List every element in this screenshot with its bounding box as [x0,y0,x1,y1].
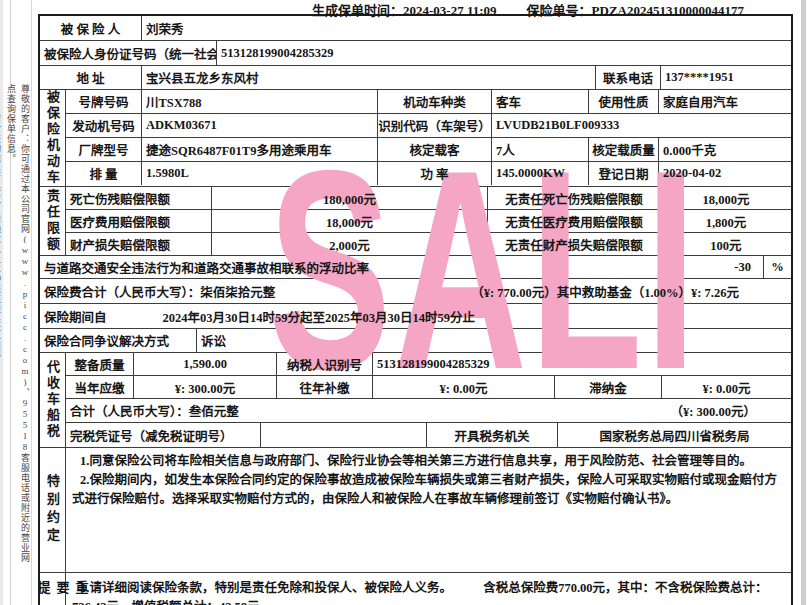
generated-time-label: 生成保单时间： [312,3,403,18]
load-label: 核定载质量 [589,138,659,161]
tax-total-words: 合计（人民币大写）：叁佰元整 [70,401,239,420]
vehicle-type-label: 机动车种类 [378,90,492,113]
insured-id-row: 被保险人身份证号码（统一社会信用代码） 513128199004285329 [40,41,791,66]
current-tax-value: ¥: 300.00元 [134,376,277,398]
policy-number-label: 保险单号： [527,3,592,18]
medical-limit-label: 医疗费用赔偿限额 [66,210,212,232]
special-term-1: 1.同意保险公司将车险相关信息与政府部门、保险行业协会等相关第三方进行信息共享，… [72,452,783,471]
curb-weight-label: 整备质量 [66,353,134,375]
taxpayer-id-label: 纳税人识别号 [277,353,373,375]
property-limit-label: 财产损失赔偿限额 [66,233,212,255]
important-text: 1.请详细阅读保险条款，特别是责任免除和投保人、被保险人义务。 含税总保险费77… [66,573,791,605]
liability-section-label: 责任限额 [40,187,66,255]
insurance-period-label: 保险期间自 [44,307,107,326]
nofault-medical-label: 无责任医疗费用赔偿限额 [488,210,661,232]
insured-name-label: 被 保 险 人 [40,16,142,40]
generated-time-value: 2024-03-27 11:09 [403,3,497,18]
engine-label: 发动机号码 [66,114,142,137]
model-row: 厂牌型号 捷途SQR6487F01T9多用途乘用车 核定载客 7人 核定载质量 … [66,138,791,162]
insured-name-row: 被 保 险 人 刘荣秀 [40,16,791,41]
insured-name-value: 刘荣秀 [142,16,791,40]
tax-total-amount: （¥: 300.00元） [671,401,756,420]
important-section-label: 重要提示 [40,573,66,605]
usage-label: 使用性质 [589,90,659,113]
death-limit-label: 死亡伤残赔偿限额 [66,187,212,209]
policy-number-value: PDZA202451310000044177 [592,3,744,18]
margin-note-dispute: 若对查询结果有异议，请通过以上三种渠道联系本公司。 [0,84,3,564]
vehicle-section-label: 被保险机动车 [40,90,66,186]
margin-notes: 尊敬的客户：你可通过本公司官网(www.picc.com)、95518客服电话或… [3,84,33,564]
curb-weight-value: 1,590.00 [134,353,277,375]
policy-header: 生成保单时间：2024-03-27 11:09保险单号：PDZA20245131… [312,0,744,19]
premium-total-amount: （¥: 770.00元）其中救助基金（1.00%）¥: 7.26元 [471,282,739,301]
vin-label: 识别代码（车架号） [378,114,492,137]
plate-value: 川TSX788 [142,90,378,113]
usage-value: 家庭自用汽车 [659,90,791,113]
address-value: 宝兴县五龙乡东风村 [142,66,596,89]
nofault-death-label: 无责任死亡伤残赔偿限额 [488,187,661,209]
dispute-label: 保险合同争议解决方式 [40,329,197,352]
insured-id-value: 513128199004285329 [217,41,791,65]
vehicle-type-value: 客车 [492,90,589,113]
insurance-period-value: 2024年03月30日14时59分起至2025年03月30日14时59分止 [163,307,476,326]
tax-receipt-label: 完税凭证号（减免税证明号） [66,423,261,447]
phone-label: 联系电话 [596,66,661,89]
scrollbar-track[interactable] [801,0,806,605]
margin-note-query: 尊敬的客户：你可通过本公司官网(www.picc.com)、95518客服电话或… [4,84,32,564]
special-terms-label: 特别约定 [40,448,66,572]
insured-id-label: 被保险人身份证号码（统一社会信用代码） [40,41,217,65]
nofault-property-label: 无责任财产损失赔偿限额 [488,233,661,255]
model-label: 厂牌型号 [66,138,142,161]
special-terms-section: 特别约定 1.同意保险公司将车险相关信息与政府部门、保险行业协会等相关第三方进行… [40,448,791,573]
address-label: 地 址 [40,66,142,89]
special-term-2: 2.保险期间内，如发生本保险合同约定的保险事故造成被保险车辆损失或第三者财产损失… [72,471,783,509]
current-tax-label: 当年应缴 [66,376,134,398]
premium-total-words: 保险费合计（人民币大写）：柒佰柒拾元整 [44,282,275,301]
special-terms-text: 1.同意保险公司将车险相关信息与政府部门、保险行业协会等相关第三方进行信息共享，… [66,448,791,572]
important-section: 重要提示 1.请详细阅读保险条款，特别是责任免除和投保人、被保险人义务。 含税总… [40,573,791,605]
plate-label: 号牌号码 [66,90,142,113]
important-note-1: 1.请详细阅读保险条款，特别是责任免除和投保人、被保险人义务。 含税总保险费77… [72,579,783,605]
displacement-label: 排 量 [66,162,142,185]
policy-page: SALI 尊敬的客户：你可通过本公司官网(www.picc.com)、95518… [0,0,808,605]
phone-value: 137****1951 [661,66,791,89]
tax-section-label: 代收车船税 [40,353,66,447]
plate-row: 号牌号码 川TSX788 机动车种类 客车 使用性质 家庭自用汽车 [66,90,791,114]
address-row: 地 址 宝兴县五龙乡东风村 联系电话 137****1951 [40,66,791,90]
